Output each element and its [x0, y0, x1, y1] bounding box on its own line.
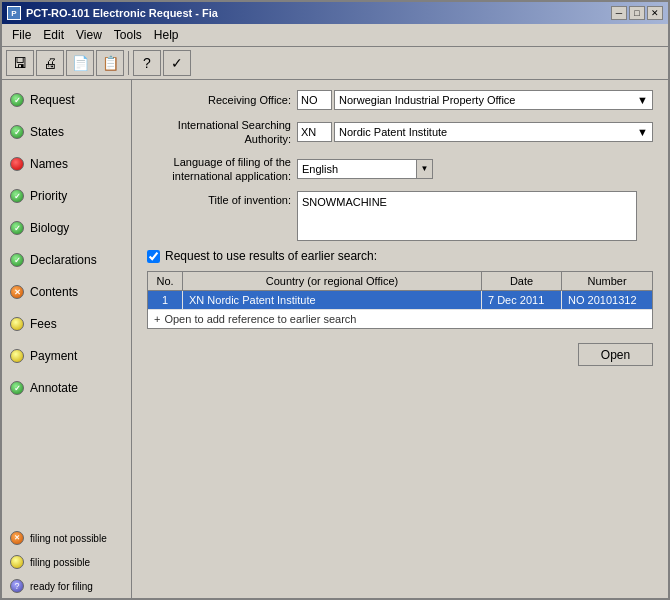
add-reference-row[interactable]: + Open to add reference to earlier searc… — [148, 310, 652, 328]
legend-dot-ready: ? — [10, 579, 24, 593]
title-input[interactable]: SNOWMACHINE — [297, 191, 637, 241]
fees-status-dot — [10, 317, 24, 331]
declarations-status-dot: ✓ — [10, 253, 24, 267]
toolbar-separator — [128, 51, 129, 75]
isa-arrow-icon: ▼ — [637, 126, 648, 138]
sidebar-label-states: States — [30, 125, 64, 139]
legend-label-ready: ready for filing — [30, 581, 93, 592]
title-bar-left: P PCT-RO-101 Electronic Request - Fia — [7, 6, 218, 20]
sidebar: ✓ Request ✓ States Names ✓ Priority ✓ Bi… — [2, 80, 132, 598]
title-bar: P PCT-RO-101 Electronic Request - Fia ─ … — [2, 2, 668, 24]
legend-dot-possible — [10, 555, 24, 569]
open-button[interactable]: Open — [578, 343, 653, 366]
main-panel: Receiving Office: Norwegian Industrial P… — [132, 80, 668, 598]
menu-tools[interactable]: Tools — [108, 26, 148, 44]
isa-row: International Searching Authority: Nordi… — [147, 118, 653, 147]
sidebar-item-contents[interactable]: ✕ Contents — [2, 276, 131, 308]
language-value: English — [302, 163, 338, 175]
earlier-search-table: No. Country (or regional Office) Date Nu… — [147, 271, 653, 329]
close-button[interactable]: ✕ — [647, 6, 663, 20]
sidebar-label-request: Request — [30, 93, 75, 107]
names-status-dot — [10, 157, 24, 171]
sidebar-item-states[interactable]: ✓ States — [2, 116, 131, 148]
minimize-button[interactable]: ─ — [611, 6, 627, 20]
biology-status-dot: ✓ — [10, 221, 24, 235]
isa-label: International Searching Authority: — [147, 118, 297, 147]
language-arrow-icon[interactable]: ▼ — [417, 159, 433, 179]
sidebar-item-payment[interactable]: Payment — [2, 340, 131, 372]
legend-label-not-possible: filing not possible — [30, 533, 107, 544]
language-select-wrapper: English ▼ — [297, 159, 433, 179]
content-area: ✓ Request ✓ States Names ✓ Priority ✓ Bi… — [2, 80, 668, 598]
legend-filing-possible: filing possible — [2, 550, 131, 574]
sidebar-item-names[interactable]: Names — [2, 148, 131, 180]
isa-code[interactable] — [297, 122, 332, 142]
app-icon: P — [7, 6, 21, 20]
title-label: Title of invention: — [147, 191, 297, 206]
new-button[interactable]: 🖫 — [6, 50, 34, 76]
help-button[interactable]: ? — [133, 50, 161, 76]
col-header-no: No. — [148, 272, 183, 290]
sidebar-label-names: Names — [30, 157, 68, 171]
receiving-office-row: Receiving Office: Norwegian Industrial P… — [147, 90, 653, 110]
earlier-search-label: Request to use results of earlier search… — [165, 249, 377, 263]
menu-edit[interactable]: Edit — [37, 26, 70, 44]
legend-dot-not-possible: ✕ — [10, 531, 24, 545]
menu-help[interactable]: Help — [148, 26, 185, 44]
title-bar-buttons: ─ □ ✕ — [611, 6, 663, 20]
row-date: 7 Dec 2011 — [482, 291, 562, 309]
row-no: 1 — [148, 291, 183, 309]
maximize-button[interactable]: □ — [629, 6, 645, 20]
application-window: P PCT-RO-101 Electronic Request - Fia ─ … — [0, 0, 670, 600]
legend-filing-not-possible: ✕ filing not possible — [2, 526, 131, 550]
sidebar-item-annotate[interactable]: ✓ Annotate — [2, 372, 131, 404]
col-header-country: Country (or regional Office) — [183, 272, 482, 290]
sidebar-label-declarations: Declarations — [30, 253, 97, 267]
legend-ready-for-filing: ? ready for filing — [2, 574, 131, 598]
language-row: Language of filing of the international … — [147, 155, 653, 184]
receiving-office-code[interactable] — [297, 90, 332, 110]
print-button[interactable]: 🖨 — [36, 50, 64, 76]
receiving-office-arrow-icon: ▼ — [637, 94, 648, 106]
receiving-office-select-wrapper: Norwegian Industrial Property Office ▼ — [334, 90, 653, 110]
bottom-area: Open — [147, 339, 653, 370]
sidebar-item-fees[interactable]: Fees — [2, 308, 131, 340]
window-title: PCT-RO-101 Electronic Request - Fia — [26, 7, 218, 19]
menu-view[interactable]: View — [70, 26, 108, 44]
copy-button[interactable]: 📋 — [96, 50, 124, 76]
check-button[interactable]: ✓ — [163, 50, 191, 76]
sidebar-item-declarations[interactable]: ✓ Declarations — [2, 244, 131, 276]
isa-select[interactable]: Nordic Patent Institute ▼ — [334, 122, 653, 142]
request-status-dot: ✓ — [10, 93, 24, 107]
sidebar-label-payment: Payment — [30, 349, 77, 363]
language-select[interactable]: English — [297, 159, 417, 179]
earlier-search-checkbox[interactable] — [147, 250, 160, 263]
checkbox-row: Request to use results of earlier search… — [147, 249, 653, 263]
receiving-office-select[interactable]: Norwegian Industrial Property Office ▼ — [334, 90, 653, 110]
isa-value: Nordic Patent Institute — [339, 126, 447, 138]
receiving-office-value: Norwegian Industrial Property Office — [339, 94, 516, 106]
table-row[interactable]: 1 XN Nordic Patent Institute 7 Dec 2011 … — [148, 291, 652, 310]
receiving-office-label: Receiving Office: — [147, 94, 297, 106]
sidebar-label-biology: Biology — [30, 221, 69, 235]
menu-bar: File Edit View Tools Help — [2, 24, 668, 47]
payment-status-dot — [10, 349, 24, 363]
row-country: XN Nordic Patent Institute — [183, 291, 482, 309]
sidebar-label-annotate: Annotate — [30, 381, 78, 395]
title-row: Title of invention: SNOWMACHINE — [147, 191, 653, 241]
priority-status-dot: ✓ — [10, 189, 24, 203]
page-button[interactable]: 📄 — [66, 50, 94, 76]
legend-label-possible: filing possible — [30, 557, 90, 568]
row-number: NO 20101312 — [562, 291, 652, 309]
sidebar-item-priority[interactable]: ✓ Priority — [2, 180, 131, 212]
toolbar: 🖫 🖨 📄 📋 ? ✓ — [2, 47, 668, 80]
col-header-number: Number — [562, 272, 652, 290]
sidebar-label-fees: Fees — [30, 317, 57, 331]
contents-status-dot: ✕ — [10, 285, 24, 299]
annotate-status-dot: ✓ — [10, 381, 24, 395]
menu-file[interactable]: File — [6, 26, 37, 44]
isa-select-wrapper: Nordic Patent Institute ▼ — [334, 122, 653, 142]
sidebar-item-request[interactable]: ✓ Request — [2, 84, 131, 116]
sidebar-item-biology[interactable]: ✓ Biology — [2, 212, 131, 244]
language-label: Language of filing of the international … — [147, 155, 297, 184]
